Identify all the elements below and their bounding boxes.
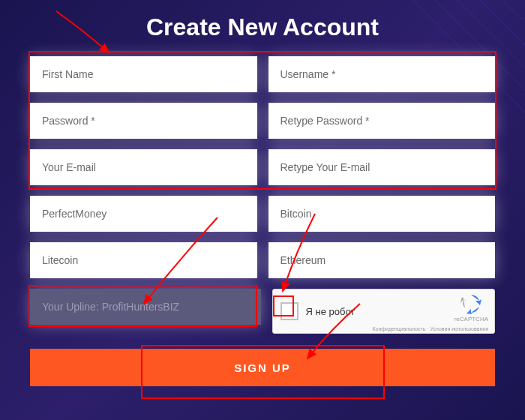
recaptcha-widget[interactable]: Я не робот reCAPTCHA Конфиденциальность … bbox=[272, 289, 496, 334]
recaptcha-brand: reCAPTCHA bbox=[454, 316, 488, 322]
ethereum-input[interactable] bbox=[268, 242, 496, 278]
first-name-input[interactable] bbox=[30, 56, 257, 92]
upline-field bbox=[30, 289, 261, 325]
recaptcha-footer: Конфиденциальность · Условия использован… bbox=[372, 326, 488, 332]
signup-form: Я не робот reCAPTCHA Конфиденциальность … bbox=[0, 56, 525, 386]
perfectmoney-input[interactable] bbox=[30, 196, 257, 232]
password-input[interactable] bbox=[30, 103, 257, 139]
litecoin-input[interactable] bbox=[30, 242, 257, 278]
email-input[interactable] bbox=[30, 149, 257, 185]
svg-line-3 bbox=[480, 0, 525, 45]
retype-email-input[interactable] bbox=[268, 149, 496, 185]
recaptcha-logo-section: reCAPTCHA bbox=[454, 293, 488, 322]
username-input[interactable] bbox=[268, 56, 496, 92]
svg-line-4 bbox=[502, 0, 525, 22]
recaptcha-label: Я не робот bbox=[306, 306, 356, 317]
recaptcha-icon bbox=[460, 293, 482, 314]
signup-button[interactable]: SIGN UP bbox=[30, 349, 495, 386]
recaptcha-checkbox[interactable] bbox=[280, 302, 298, 320]
bitcoin-input[interactable] bbox=[268, 196, 496, 232]
retype-password-input[interactable] bbox=[268, 103, 496, 139]
